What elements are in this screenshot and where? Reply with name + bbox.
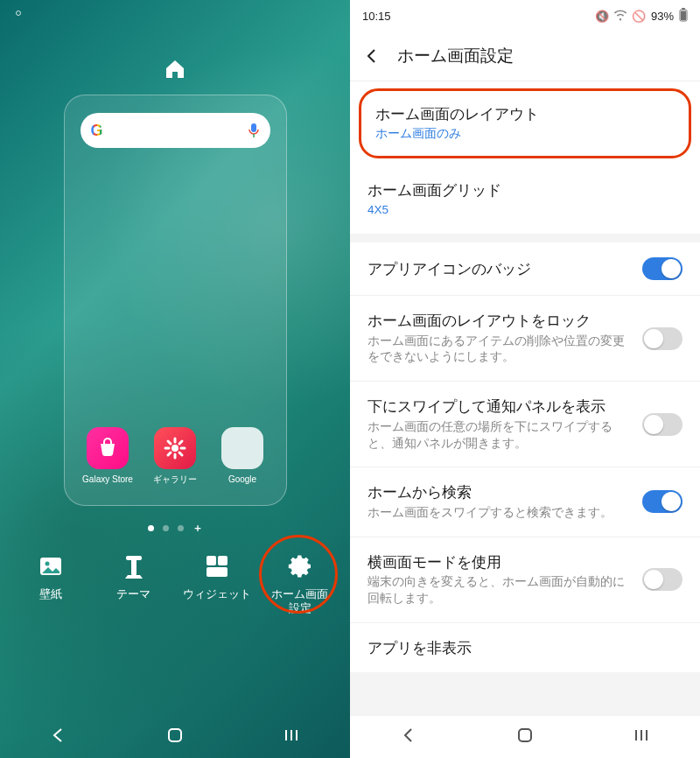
action-home-settings[interactable]: ホーム画面 設定 <box>265 552 335 614</box>
svg-rect-0 <box>251 123 256 132</box>
folder-icon <box>221 427 263 469</box>
svg-line-9 <box>168 453 171 455</box>
settings-group-1: ホーム画面のレイアウト ホーム画面のみ ホーム画面グリッド 4X5 <box>350 81 700 234</box>
action-wallpaper[interactable]: 壁紙 <box>16 552 86 614</box>
app-galaxy-store[interactable]: Galaxy Store <box>82 427 134 484</box>
google-search-widget[interactable]: G <box>80 113 270 148</box>
row-subtitle: ホーム画面の任意の場所を下にスワイプすると、通知パネルが開きます。 <box>368 419 632 453</box>
svg-line-8 <box>179 453 182 455</box>
action-label: 壁紙 <box>39 587 62 601</box>
page-dot[interactable] <box>178 525 184 531</box>
settings-group-2: アプリアイコンのバッジ ホーム画面のレイアウトをロック ホーム画面にあるアイテム… <box>350 242 700 672</box>
nav-home-icon[interactable] <box>516 726 534 747</box>
row-icon-badge[interactable]: アプリアイコンのバッジ <box>350 242 700 296</box>
action-theme[interactable]: テーマ <box>99 552 169 614</box>
home-screen-settings: 10:15 🔇 🚫 93% ホーム画面設定 ホーム画面のレイアウト ホーム画面の… <box>350 0 700 758</box>
page-dot[interactable] <box>148 525 154 531</box>
editor-action-row: 壁紙 テーマ ウィジェット ホーム画面 設定 <box>0 531 350 614</box>
page-dot[interactable] <box>163 525 169 531</box>
status-dot-icon <box>16 11 21 16</box>
toggle-lock-layout[interactable] <box>642 327 682 350</box>
back-button[interactable] <box>359 47 385 65</box>
row-title: ホームから検索 <box>368 482 632 502</box>
nav-recents-icon[interactable] <box>633 726 650 747</box>
wifi-icon <box>614 9 626 24</box>
home-page-preview[interactable]: G Galaxy Store ギャ <box>64 95 287 506</box>
row-subtitle: ホーム画面のみ <box>375 126 675 143</box>
action-widget[interactable]: ウィジェット <box>182 552 252 614</box>
row-search-from-home[interactable]: ホームから検索 ホーム画面をスワイプすると検索できます。 <box>350 467 700 537</box>
preview-app-row: Galaxy Store ギャラリー Google <box>80 427 270 488</box>
gallery-icon <box>154 427 196 469</box>
app-label: ギャラリー <box>153 474 197 484</box>
action-label: テーマ <box>116 587 150 601</box>
row-title: アプリアイコンのバッジ <box>368 259 632 278</box>
row-title: ホーム画面のレイアウトをロック <box>368 311 632 330</box>
app-label: Galaxy Store <box>82 474 133 484</box>
home-screen-editor: G Galaxy Store ギャ <box>0 0 350 758</box>
toggle-swipe-panel[interactable] <box>642 413 682 436</box>
row-title: アプリを非表示 <box>368 638 682 657</box>
settings-titlebar: ホーム画面設定 <box>350 32 700 81</box>
row-title: 横画面モードを使用 <box>368 552 632 572</box>
app-label: Google <box>228 474 256 484</box>
app-gallery[interactable]: ギャラリー <box>150 427 201 484</box>
mic-icon[interactable] <box>248 123 260 138</box>
toggle-icon-badge[interactable] <box>642 257 682 280</box>
status-time: 10:15 <box>362 10 391 23</box>
svg-line-10 <box>179 441 182 444</box>
mute-icon: 🔇 <box>595 10 609 23</box>
row-title: ホーム画面のレイアウト <box>375 104 675 123</box>
nav-bar-left <box>0 716 350 758</box>
row-title: ホーム画面グリッド <box>368 180 682 200</box>
action-label: ウィジェット <box>183 587 251 601</box>
page-title: ホーム画面設定 <box>397 45 514 67</box>
row-swipe-panel[interactable]: 下にスワイプして通知パネルを表示 ホーム画面の任意の場所を下にスワイプすると、通… <box>350 382 700 467</box>
row-title: 下にスワイプして通知パネルを表示 <box>368 397 632 416</box>
svg-rect-23 <box>682 8 685 10</box>
action-label: ホーム画面 設定 <box>271 587 328 614</box>
page-indicator[interactable]: ＋ <box>0 525 350 531</box>
svg-point-2 <box>172 445 178 452</box>
default-home-icon <box>164 60 186 79</box>
status-battery-pct: 93% <box>651 10 674 23</box>
toggle-landscape-mode[interactable] <box>642 568 682 591</box>
add-page-icon[interactable]: ＋ <box>192 525 203 531</box>
toggle-search-from-home[interactable] <box>642 490 682 513</box>
nav-recents-icon[interactable] <box>282 726 301 748</box>
row-subtitle: ホーム画面にあるアイテムの削除や位置の変更をできないようにします。 <box>368 333 632 367</box>
svg-rect-14 <box>126 556 142 560</box>
row-home-grid[interactable]: ホーム画面グリッド 4X5 <box>350 165 700 234</box>
nav-bar-right <box>350 716 700 758</box>
google-logo-icon: G <box>91 122 103 140</box>
nav-home-icon[interactable] <box>165 726 185 748</box>
galaxy-store-icon <box>87 427 129 469</box>
row-subtitle: ホーム画面をスワイプすると検索できます。 <box>368 505 632 522</box>
svg-point-12 <box>45 562 49 566</box>
row-landscape-mode[interactable]: 横画面モードを使用 端末の向きを変えると、ホーム画面が自動的に回転します。 <box>350 537 700 623</box>
svg-rect-17 <box>206 567 228 577</box>
row-hide-apps[interactable]: アプリを非表示 <box>350 623 700 672</box>
nav-back-icon[interactable] <box>400 726 417 747</box>
app-google-folder[interactable]: Google <box>217 427 269 484</box>
row-subtitle: 4X5 <box>368 202 682 219</box>
svg-rect-15 <box>206 556 216 565</box>
svg-rect-25 <box>519 729 531 741</box>
row-subtitle: 端末の向きを変えると、ホーム画面が自動的に回転します。 <box>368 574 632 607</box>
svg-line-7 <box>168 441 171 444</box>
row-lock-layout[interactable]: ホーム画面のレイアウトをロック ホーム画面にあるアイテムの削除や位置の変更をでき… <box>350 296 700 382</box>
nav-back-icon[interactable] <box>49 726 68 748</box>
battery-icon <box>679 8 688 25</box>
svg-rect-16 <box>218 556 228 565</box>
statusbar-right: 10:15 🔇 🚫 93% <box>350 0 700 32</box>
row-home-layout[interactable]: ホーム画面のレイアウト ホーム画面のみ <box>359 88 691 158</box>
statusbar-left <box>0 0 350 26</box>
svg-rect-24 <box>681 11 686 20</box>
svg-rect-18 <box>169 729 181 741</box>
no-signal-icon: 🚫 <box>632 10 646 23</box>
